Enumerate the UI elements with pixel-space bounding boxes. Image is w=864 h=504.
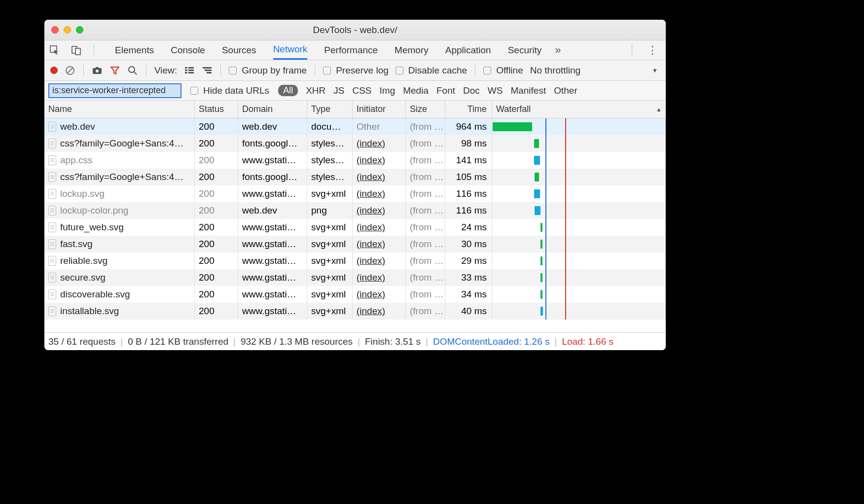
request-domain: www.gstati… [238,303,307,320]
filter-type-ws[interactable]: WS [488,85,503,96]
initiator-link[interactable]: (index) [357,188,385,199]
col-type[interactable]: Type [307,101,353,118]
screenshot-icon[interactable] [92,65,103,76]
search-icon[interactable] [127,65,138,76]
request-name: web.dev [60,121,95,132]
table-row[interactable]: lockup-color.png200web.devpng(index)(fro… [44,202,666,219]
tab-performance[interactable]: Performance [324,40,378,60]
table-row[interactable]: css?family=Google+Sans:4…200fonts.googl…… [44,135,666,152]
throttling-select[interactable]: No throttling [530,65,580,76]
tab-network[interactable]: Network [273,40,308,60]
tab-console[interactable]: Console [171,40,205,60]
initiator-link[interactable]: (index) [357,138,385,149]
request-name: app.css [60,155,92,166]
filter-type-doc[interactable]: Doc [463,85,480,96]
tab-memory[interactable]: Memory [395,40,429,60]
filter-type-js[interactable]: JS [333,85,344,96]
request-domain: web.dev [238,202,307,219]
table-row[interactable]: installable.svg200www.gstati…svg+xml(ind… [44,303,666,320]
svg-line-9 [134,72,137,74]
device-toggle-icon[interactable] [71,45,82,56]
file-icon [48,306,56,316]
table-row[interactable]: future_web.svg200www.gstati…svg+xml(inde… [44,219,666,236]
svg-rect-12 [185,70,187,71]
initiator-link[interactable]: (index) [357,289,385,300]
initiator-link[interactable]: (index) [357,205,385,216]
tab-security[interactable]: Security [508,40,542,60]
request-size: (from … [406,185,445,202]
filter-input[interactable] [48,83,181,98]
hide-data-urls-checkbox[interactable]: Hide data URLs [190,85,269,96]
disable-cache-checkbox[interactable]: Disable cache [396,65,467,76]
filter-type-other[interactable]: Other [554,85,577,96]
initiator-link[interactable]: (index) [357,155,385,166]
initiator-link[interactable]: (index) [357,239,385,250]
initiator-link[interactable]: (index) [357,272,385,283]
tab-elements[interactable]: Elements [115,40,154,60]
table-row[interactable]: css?family=Google+Sans:4…200fonts.googl…… [44,169,666,185]
request-name: lockup.svg [60,188,105,199]
overview-icon[interactable] [202,65,213,76]
table-row[interactable]: app.css200www.gstati…styles…(index)(from… [44,152,666,169]
filter-type-font[interactable]: Font [436,85,455,96]
table-row[interactable]: fast.svg200www.gstati…svg+xml(index)(fro… [44,236,666,252]
overflow-tabs-icon[interactable]: » [552,45,563,56]
request-type: styles… [307,152,353,169]
tab-sources[interactable]: Sources [222,40,256,60]
filter-type-all[interactable]: All [278,85,298,96]
col-time[interactable]: Time [445,101,492,118]
filter-type-img[interactable]: Img [380,85,396,96]
table-row[interactable]: secure.svg200www.gstati…svg+xml(index)(f… [44,269,666,286]
table-row[interactable]: reliable.svg200www.gstati…svg+xml(index)… [44,252,666,269]
chevron-down-icon[interactable]: ▼ [652,67,658,74]
initiator-link[interactable]: (index) [357,172,385,182]
large-rows-icon[interactable] [184,65,195,76]
request-time: 105 ms [445,169,492,185]
offline-checkbox[interactable]: Offline [483,65,523,76]
request-name: future_web.svg [60,222,124,233]
record-button[interactable] [50,67,58,74]
clear-icon[interactable] [65,65,75,76]
col-initiator[interactable]: Initiator [353,101,406,118]
status-load: Load: 1.66 s [562,336,613,347]
svg-point-8 [129,67,135,72]
svg-rect-11 [188,67,194,69]
divider [94,44,94,56]
col-domain[interactable]: Domain [238,101,307,118]
request-initiator: (index) [353,135,406,152]
waterfall-cell [492,202,666,219]
sort-up-icon: ▲ [656,106,662,113]
request-time: 33 ms [445,269,492,286]
filter-type-css[interactable]: CSS [352,85,371,96]
table-row[interactable]: web.dev200web.devdocu…Other(from …964 ms [44,118,666,135]
filter-type-xhr[interactable]: XHR [306,85,325,96]
tab-application[interactable]: Application [445,40,491,60]
request-name: lockup-color.png [60,205,128,216]
preserve-log-checkbox[interactable]: Preserve log [323,65,389,76]
settings-kebab-icon[interactable]: ⋮ [644,44,661,57]
request-size: (from … [406,202,445,219]
initiator-link[interactable]: (index) [357,255,385,266]
col-status[interactable]: Status [195,101,238,118]
col-waterfall[interactable]: Waterfall▲ [492,101,666,118]
initiator-link[interactable]: (index) [357,306,385,317]
col-size[interactable]: Size [406,101,445,118]
filter-icon[interactable] [109,65,120,76]
table-row[interactable]: lockup.svg200www.gstati…svg+xml(index)(f… [44,185,666,202]
filter-type-manifest[interactable]: Manifest [510,85,546,96]
divider [632,44,632,56]
request-name: discoverable.svg [60,289,130,300]
initiator-link[interactable]: (index) [357,222,385,233]
table-row[interactable]: discoverable.svg200www.gstati…svg+xml(in… [44,286,666,303]
request-domain: www.gstati… [238,269,307,286]
group-by-frame-checkbox[interactable]: Group by frame [229,65,307,76]
request-initiator: (index) [353,169,406,185]
request-time: 964 ms [445,118,492,135]
divider [315,65,315,76]
request-domain: www.gstati… [238,152,307,169]
inspect-element-icon[interactable] [49,45,60,56]
col-name[interactable]: Name [44,101,195,118]
request-name: installable.svg [60,306,119,317]
request-initiator: Other [353,118,406,135]
filter-type-media[interactable]: Media [403,85,429,96]
